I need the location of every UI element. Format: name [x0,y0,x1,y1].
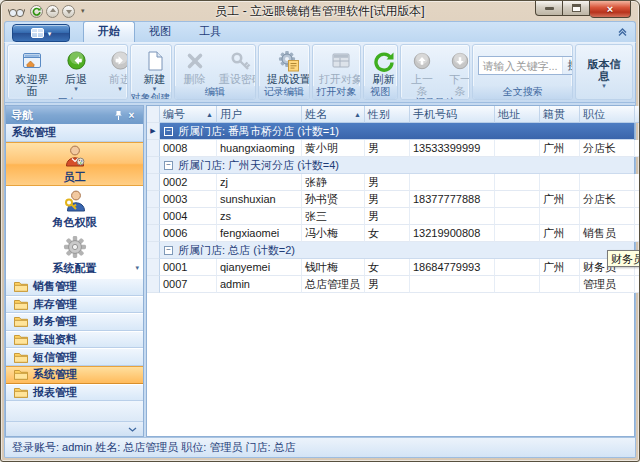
cell[interactable] [495,140,540,157]
cell[interactable]: 0003 [160,191,217,208]
cell[interactable]: 黄小明 [302,140,365,157]
cell[interactable] [495,225,540,242]
cell[interactable]: 0006 [160,225,217,242]
cell[interactable] [495,259,540,276]
back-button[interactable]: 后退 ▾ [54,46,98,97]
group-row[interactable]: −所属门店: 广州天河分店 (计数=4) [147,157,634,174]
cell[interactable]: 销售员 [580,225,635,242]
restore-button[interactable] [563,1,590,16]
pin-icon[interactable] [112,109,125,122]
collapse-group-icon[interactable]: − [164,127,173,136]
cell[interactable]: 18377777888 [410,191,495,208]
cell[interactable]: 女 [365,259,410,276]
cell[interactable]: 女 [365,225,410,242]
cell[interactable]: 男 [365,191,410,208]
sidebar-folder-item-4[interactable]: 短信管理 [6,348,143,366]
sidebar-item-system-config[interactable]: 系统配置 ▾ [6,232,143,278]
welcome-screen-button[interactable]: 欢迎界面 [10,46,54,97]
minimize-button[interactable] [535,1,563,16]
table-row[interactable]: 0002zj张静男 [147,174,634,191]
cell[interactable] [540,174,580,191]
sidebar-item-role-permission[interactable]: 角色权限 [6,186,143,232]
cell[interactable]: 男 [365,276,410,293]
previous-record-button[interactable]: 上一条 [403,46,441,97]
version-info-button[interactable]: 版本信息 ▾ [582,56,626,89]
cell[interactable]: qianyemei [217,259,302,276]
column-header-7[interactable]: 职位 [580,106,635,123]
cell[interactable] [540,208,580,225]
cell[interactable]: sunshuxian [217,191,302,208]
search-go-button[interactable]: 搜! [562,57,573,74]
cell[interactable]: 张三 [302,208,365,225]
table-row[interactable]: 0007admin总店管理员男管理员 [147,276,634,293]
open-object-button[interactable]: 打开对象 [315,46,361,86]
sidebar-folder-item-0[interactable]: 销售管理 [6,278,143,296]
cell[interactable] [540,276,580,293]
column-header-6[interactable]: 籍贯 [540,106,580,123]
group-row[interactable]: −所属门店: 总店 (计数=2) [147,242,634,259]
cell[interactable] [580,208,635,225]
chevron-down-icon[interactable]: ▾ [135,264,139,272]
cell[interactable] [495,174,540,191]
cell[interactable]: fengxiaomei [217,225,302,242]
cell[interactable]: 分店长 [580,140,635,157]
sidebar-folder-item-1[interactable]: 库存管理 [6,296,143,314]
close-button[interactable]: × [590,1,631,18]
delete-button[interactable]: 删除 [177,46,213,86]
search-input[interactable] [479,60,562,72]
cell[interactable]: 广州 [540,259,580,276]
collapse-group-icon[interactable]: − [164,246,173,255]
cell[interactable]: 广州 [540,140,580,157]
cell[interactable]: 0008 [160,140,217,157]
nav-section-header[interactable]: 系统管理 [6,124,143,142]
column-header-3[interactable]: 性别 [365,106,410,123]
next-record-button[interactable]: 下一条 [441,46,470,97]
tab-view[interactable]: 视图 [135,22,185,42]
cell[interactable] [495,276,540,293]
forward-button[interactable]: 前进 ▾ [98,46,128,97]
column-header-2[interactable]: 姓名▲ [302,106,365,123]
sidebar-item-employee[interactable]: 员工 [6,142,143,186]
tab-tools[interactable]: 工具 [185,22,235,42]
cell[interactable] [410,208,495,225]
cell[interactable]: 广州 [540,225,580,242]
group-row-label[interactable]: −所属门店: 总店 (计数=2) [160,242,634,259]
collapse-group-icon[interactable]: − [164,161,173,170]
cell[interactable]: 男 [365,174,410,191]
group-row-label[interactable]: −所属门店: 番禺市桥分店 (计数=1) [160,123,634,140]
sidebar-folder-item-5[interactable]: 系统管理 [6,366,143,384]
column-header-0[interactable]: 编号▲ [160,106,217,123]
cell[interactable]: 管理员 [580,276,635,293]
application-menu-button[interactable]: ▾ [12,24,70,42]
cell[interactable]: 总店管理员 [302,276,365,293]
cell[interactable]: 13219900808 [410,225,495,242]
cell[interactable]: admin [217,276,302,293]
tab-start[interactable]: 开始 [83,21,135,42]
table-row[interactable]: 0006fengxiaomei冯小梅女13219900808广州销售员 [147,225,634,242]
cell[interactable]: 0002 [160,174,217,191]
column-header-5[interactable]: 地址 [495,106,540,123]
reset-password-button[interactable]: 重设密码 [213,46,256,86]
collapse-ribbon-icon[interactable] [617,26,629,38]
cell[interactable]: 张静 [302,174,365,191]
cell[interactable]: 0007 [160,276,217,293]
group-row[interactable]: ▶−所属门店: 番禺市桥分店 (计数=1) [147,123,634,140]
cell[interactable]: huangxiaoming [217,140,302,157]
table-row[interactable]: 0008huangxiaoming黄小明男13533399999广州分店长 [147,140,634,157]
cell[interactable]: 孙书贤 [302,191,365,208]
cell[interactable]: 男 [365,140,410,157]
new-button[interactable]: 新建 ▾ [133,46,172,92]
cell[interactable]: 冯小梅 [302,225,365,242]
sidebar-folder-item-3[interactable]: 基础资料 [6,331,143,349]
sidebar-folder-item-6[interactable]: 报表管理 [6,384,143,402]
cell[interactable]: zj [217,174,302,191]
column-header-1[interactable]: 用户 [217,106,302,123]
refresh-button[interactable]: 刷新 [366,46,398,86]
group-row-label[interactable]: −所属门店: 广州天河分店 (计数=4) [160,157,634,174]
cell[interactable]: 男 [365,208,410,225]
nav-configure-buttons[interactable] [6,421,143,436]
cell[interactable]: 分店长 [580,191,635,208]
commission-settings-button[interactable]: 提成设置 [261,46,310,86]
cell[interactable] [495,191,540,208]
cell[interactable] [410,174,495,191]
